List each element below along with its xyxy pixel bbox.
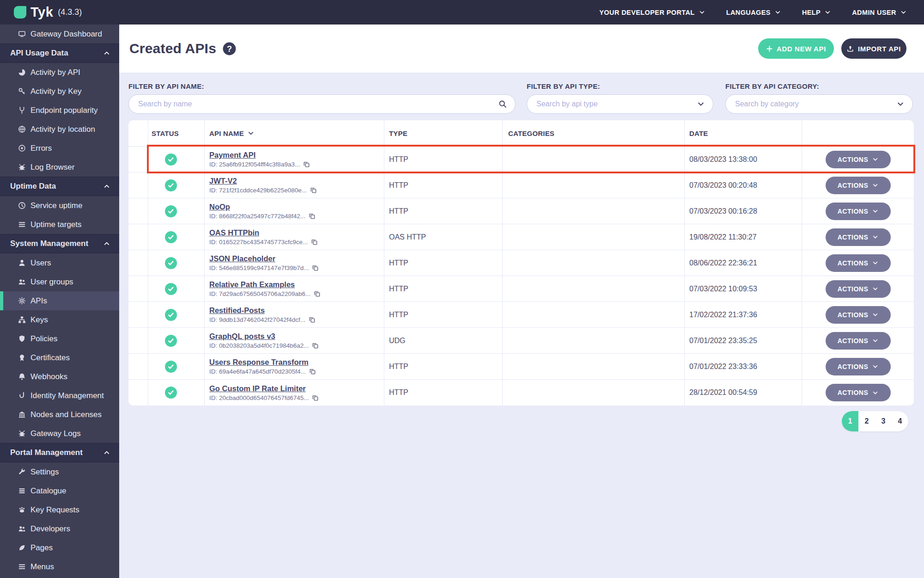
copy-icon[interactable] bbox=[311, 239, 318, 246]
sidebar-item[interactable]: Gateway Dashboard bbox=[0, 25, 119, 43]
chevron-down-icon bbox=[775, 9, 781, 15]
api-id-line: ID: 7d29ac67565045706a2209ab6... bbox=[209, 290, 321, 297]
version-label: (4.3.3) bbox=[58, 7, 82, 17]
api-categories-cell bbox=[503, 250, 685, 276]
sidebar-item[interactable]: Settings bbox=[0, 462, 119, 481]
tyk-logo[interactable]: Tyk (4.3.3) bbox=[14, 5, 82, 20]
sidebar-item[interactable]: Activity by API bbox=[0, 63, 119, 82]
page-button[interactable]: 3 bbox=[875, 411, 892, 431]
copy-icon[interactable] bbox=[314, 290, 321, 297]
actions-button[interactable]: ACTIONS bbox=[826, 358, 891, 375]
topbar-menu-item[interactable]: YOUR DEVELOPER PORTAL bbox=[599, 9, 705, 16]
sidebar-item[interactable]: API Usage Data bbox=[0, 43, 119, 63]
add-new-api-button[interactable]: ADD NEW API bbox=[758, 38, 834, 59]
actions-button[interactable]: ACTIONS bbox=[826, 151, 891, 168]
page-button[interactable]: 4 bbox=[892, 411, 908, 431]
copy-icon[interactable] bbox=[312, 264, 319, 271]
sidebar-item[interactable]: Uptime Data bbox=[0, 177, 119, 196]
copy-icon[interactable] bbox=[309, 368, 316, 375]
actions-button[interactable]: ACTIONS bbox=[826, 332, 891, 350]
api-category-select[interactable]: Search by category bbox=[725, 94, 913, 114]
sidebar-item[interactable]: Endpoint popularity bbox=[0, 101, 119, 120]
search-icon[interactable] bbox=[498, 100, 507, 108]
copy-icon[interactable] bbox=[312, 394, 319, 401]
sidebar-item[interactable]: Key Requests bbox=[0, 500, 119, 519]
actions-button[interactable]: ACTIONS bbox=[826, 306, 891, 324]
header-api-name[interactable]: API NAME bbox=[205, 120, 384, 146]
actions-button[interactable]: ACTIONS bbox=[826, 254, 891, 272]
api-name-link[interactable]: Payment API bbox=[209, 151, 255, 160]
api-name-link[interactable]: Relative Path Examples bbox=[209, 280, 295, 289]
sidebar-item[interactable]: Menus bbox=[0, 557, 119, 576]
api-name-link[interactable]: Users Response Transform bbox=[209, 358, 309, 367]
header-date: DATE bbox=[685, 120, 802, 146]
copy-icon[interactable] bbox=[309, 316, 316, 323]
actions-button[interactable]: ACTIONS bbox=[826, 177, 891, 194]
actions-button[interactable]: ACTIONS bbox=[826, 280, 891, 298]
api-name-cell: Relative Path Examples ID: 7d29ac6756504… bbox=[205, 276, 384, 301]
filter-by-category: FILTER BY API CATEGORY: Search by catego… bbox=[725, 82, 913, 114]
sidebar-item[interactable]: Webhooks bbox=[0, 367, 119, 386]
sidebar-item[interactable]: Developers bbox=[0, 519, 119, 538]
import-api-button[interactable]: IMPORT API bbox=[841, 38, 906, 59]
page-button[interactable]: 2 bbox=[858, 411, 875, 431]
menu-icon bbox=[18, 563, 26, 571]
actions-button[interactable]: ACTIONS bbox=[826, 203, 891, 220]
api-name-link[interactable]: OAS HTTPbin bbox=[209, 228, 259, 237]
sidebar-item[interactable]: Identity Management bbox=[0, 386, 119, 405]
sidebar-item[interactable]: APIs bbox=[0, 291, 119, 310]
filter-type-label: FILTER BY API TYPE: bbox=[527, 82, 713, 90]
sidebar-item[interactable]: Log Browser bbox=[0, 158, 119, 177]
api-categories-cell bbox=[503, 354, 685, 379]
sidebar-item[interactable]: User groups bbox=[0, 272, 119, 291]
topbar-menu-item[interactable]: ADMIN USER bbox=[852, 9, 906, 16]
page-button[interactable]: 1 bbox=[842, 411, 858, 431]
main-content: Created APIs ? ADD NEW API IMPORT API FI… bbox=[119, 25, 924, 578]
copy-icon[interactable] bbox=[303, 161, 310, 168]
status-active-icon bbox=[165, 231, 177, 243]
copy-icon[interactable] bbox=[312, 342, 319, 349]
clock-icon bbox=[18, 202, 26, 209]
api-categories-cell bbox=[503, 380, 685, 406]
sidebar-item-label: Developers bbox=[30, 524, 70, 534]
api-name-link[interactable]: NoOp bbox=[209, 203, 230, 211]
sidebar-item[interactable]: Catalogue bbox=[0, 481, 119, 500]
api-name-link[interactable]: Go Custom IP Rate Limiter bbox=[209, 384, 306, 393]
topbar-menu-item[interactable]: HELP bbox=[802, 9, 831, 16]
copy-icon[interactable] bbox=[309, 213, 316, 220]
sidebar-item-label: Users bbox=[30, 258, 51, 268]
sidebar-item[interactable]: Errors bbox=[0, 139, 119, 158]
sidebar-item[interactable]: Users bbox=[0, 253, 119, 272]
api-name-link[interactable]: GraphQL posts v3 bbox=[209, 332, 275, 341]
chevron-down-icon[interactable] bbox=[897, 100, 904, 108]
chevron-down-icon[interactable] bbox=[697, 100, 705, 108]
api-name-link[interactable]: Restified-Posts bbox=[209, 306, 265, 315]
api-name-link[interactable]: JWT-V2 bbox=[209, 177, 237, 185]
search-by-name-input[interactable] bbox=[138, 100, 498, 108]
status-cell bbox=[148, 250, 205, 276]
sidebar-item[interactable]: Uptime targets bbox=[0, 215, 119, 234]
sidebar-item[interactable]: Activity by Key bbox=[0, 82, 119, 101]
api-type-cell: HTTP bbox=[384, 172, 503, 198]
api-name-cell: Go Custom IP Rate Limiter ID: 20cbad000d… bbox=[205, 380, 384, 406]
chevron-down-icon bbox=[872, 312, 878, 318]
sidebar-item[interactable]: Certificates bbox=[0, 348, 119, 367]
sidebar-item[interactable]: Service uptime bbox=[0, 196, 119, 215]
status-active-icon bbox=[165, 335, 177, 347]
sidebar-item[interactable]: Portal Management bbox=[0, 443, 119, 462]
sidebar-item[interactable]: Gateway Logs bbox=[0, 424, 119, 443]
sidebar-item[interactable]: Nodes and Licenses bbox=[0, 405, 119, 424]
copy-icon[interactable] bbox=[310, 187, 317, 194]
topbar-menu-item[interactable]: LANGUAGES bbox=[726, 9, 781, 16]
api-name-link[interactable]: JSON Placeholder bbox=[209, 254, 275, 263]
sidebar-item[interactable]: Activity by location bbox=[0, 120, 119, 139]
help-icon[interactable]: ? bbox=[223, 42, 236, 55]
actions-button[interactable]: ACTIONS bbox=[826, 228, 891, 246]
actions-button[interactable]: ACTIONS bbox=[826, 384, 891, 401]
sidebar-item[interactable]: Pages bbox=[0, 538, 119, 557]
sidebar-item[interactable]: Keys bbox=[0, 310, 119, 329]
api-type-select[interactable]: Search by api type bbox=[527, 94, 713, 114]
sidebar-item[interactable]: System Management bbox=[0, 234, 119, 253]
sort-chevron-icon[interactable] bbox=[248, 130, 254, 136]
sidebar-item[interactable]: Policies bbox=[0, 329, 119, 348]
